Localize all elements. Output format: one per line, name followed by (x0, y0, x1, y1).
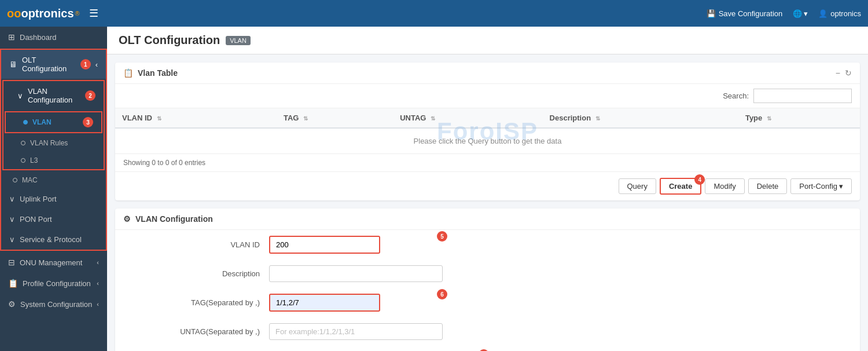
action-row: Query Create 4 Modify Delete Port-Config… (115, 171, 860, 200)
sidebar-item-system-config[interactable]: ⚙ System Configuration ‹ (0, 294, 107, 315)
sidebar-item-label: VLAN Configuration (28, 87, 80, 104)
description-input[interactable] (269, 265, 443, 282)
badge-6: 6 (437, 289, 447, 299)
arrow-icon: ∨ (9, 215, 15, 224)
profile-icon: 📋 (8, 279, 18, 288)
search-label: Search: (723, 92, 749, 100)
tag-label: TAG(Separated by ,) (161, 298, 260, 307)
sidebar-item-label: System Configuration (20, 300, 92, 309)
untag-row: UNTAG(Separated by ,) (115, 317, 860, 346)
user-button[interactable]: 👤 optronics (818, 9, 861, 18)
vlan-table-card: 📋 Vlan Table − ↻ Search: ForoISP VLAN ID (115, 63, 860, 200)
lang-arrow-icon: ▾ (804, 9, 808, 18)
sidebar-item-label: Dashboard (20, 33, 57, 42)
sidebar-item-dashboard[interactable]: ⊞ Dashboard (0, 27, 107, 47)
col-tag: TAG ⇅ (277, 108, 393, 128)
badge-2: 2 (85, 90, 95, 101)
logo-dot: ® (75, 10, 80, 17)
sidebar-item-label: VLAN Rules (30, 139, 68, 147)
logo-accent: oo (7, 7, 21, 20)
empty-message: Please click the Query button to get the… (115, 128, 860, 154)
table-title: Vlan Table (138, 68, 178, 78)
sidebar-item-uplink-port[interactable]: ∨ Uplink Port (1, 189, 106, 209)
sidebar-item-label: L3 (30, 156, 38, 164)
sidebar-item-label: MAC (22, 176, 38, 184)
search-row: Search: (115, 84, 860, 108)
sidebar-item-label: Profile Configuration (23, 279, 91, 288)
olt-config-section: 🖥 OLT Configuration 1 ‹ ∨ VLAN Configura… (0, 49, 107, 251)
modify-button[interactable]: Modify (705, 178, 744, 194)
dashboard-icon: ⊞ (8, 32, 15, 42)
sort-icon[interactable]: ⇅ (767, 115, 771, 122)
showing-text: Showing 0 to 0 of 0 entries (115, 154, 860, 171)
search-input[interactable] (753, 89, 852, 103)
sidebar-item-profile-config[interactable]: 📋 Profile Configuration ‹ (0, 273, 107, 294)
col-untag: UNTAG ⇅ (393, 108, 542, 128)
card-header-actions: − ↻ (836, 68, 852, 78)
sort-icon[interactable]: ⇅ (431, 115, 435, 122)
port-config-button[interactable]: Port-Config ▾ (790, 178, 852, 194)
save-config-button[interactable]: 💾 Save Configuration (707, 9, 783, 18)
col-vlan-id: VLAN ID ⇅ (115, 108, 277, 128)
user-icon: 👤 (818, 9, 827, 18)
sidebar-item-onu-management[interactable]: ⊟ ONU Management ‹ (0, 252, 107, 273)
col-type: Type ⇅ (738, 108, 860, 128)
arrow-icon: ∨ (9, 195, 15, 203)
description-label: Description (161, 269, 260, 278)
dropdown-arrow-icon: ▾ (839, 182, 843, 191)
sidebar: ⊞ Dashboard 🖥 OLT Configuration 1 ‹ ∨ VL… (0, 27, 107, 351)
col-description: Description ⇅ (543, 108, 738, 128)
vlan-config-section: ∨ VLAN Configuration 2 VLAN 3 VLAN Rules (2, 80, 105, 170)
sort-icon[interactable]: ⇅ (157, 115, 161, 122)
sidebar-item-pon-port[interactable]: ∨ PON Port (1, 209, 106, 229)
sidebar-item-vlan-rules[interactable]: VLAN Rules (3, 134, 104, 152)
badge-1: 1 (80, 59, 91, 70)
navbar-right: 💾 Save Configuration 🌐 ▾ 👤 optronics (707, 9, 861, 18)
create-button[interactable]: Create 4 (660, 178, 701, 195)
save-icon: 💾 (707, 9, 716, 18)
mac-dot-icon (13, 178, 17, 182)
profile-arrow-icon: ‹ (97, 280, 99, 287)
form-title: VLAN Configuration (135, 214, 213, 224)
username-label: optronics (830, 9, 861, 18)
vlan-id-label: VLAN ID (161, 240, 260, 249)
card-header-title: 📋 Vlan Table (123, 68, 178, 78)
sidebar-item-label: VLAN (32, 118, 52, 126)
untag-label: UNTAG(Separated by ,) (161, 327, 260, 336)
vlan-id-input[interactable] (269, 236, 380, 254)
sidebar-item-olt-config[interactable]: 🖥 OLT Configuration 1 ‹ (1, 50, 106, 79)
content-area: OLT Configuration VLAN 📋 Vlan Table − ↻ … (107, 27, 868, 351)
language-button[interactable]: 🌐 ▾ (793, 9, 808, 18)
sidebar-item-service-protocol[interactable]: ∨ Service & Protocol (1, 229, 106, 250)
main-layout: ⊞ Dashboard 🖥 OLT Configuration 1 ‹ ∨ VL… (0, 27, 868, 351)
table-icon: 📋 (123, 68, 133, 78)
arrow-icon: ∨ (9, 235, 15, 244)
vlan-table: VLAN ID ⇅ TAG ⇅ UNTAG ⇅ Description ⇅ Ty… (115, 108, 860, 154)
onu-icon: ⊟ (8, 258, 15, 267)
sort-icon[interactable]: ⇅ (303, 115, 308, 122)
tag-input[interactable] (269, 294, 380, 312)
logo-text: oooptronics (7, 7, 74, 20)
sidebar-item-mac[interactable]: MAC (1, 171, 106, 189)
sidebar-item-label: Service & Protocol (20, 235, 82, 244)
page-subtitle-badge: VLAN (226, 36, 251, 45)
vlan-id-row: VLAN ID 5 (115, 230, 860, 259)
untag-input[interactable] (269, 323, 443, 340)
query-button[interactable]: Query (619, 178, 656, 194)
sidebar-item-vlan[interactable]: VLAN 3 (6, 112, 101, 132)
form-buttons: Submit 7 Cancel (115, 346, 860, 351)
monitor-icon: 🖥 (9, 60, 17, 69)
hamburger-icon[interactable]: ☰ (89, 7, 98, 20)
sidebar-item-vlan-config[interactable]: ∨ VLAN Configuration 2 (3, 81, 104, 110)
sort-icon[interactable]: ⇅ (595, 115, 600, 122)
sidebar-item-label: PON Port (20, 215, 52, 224)
brand-logo: oooptronics ® (7, 7, 80, 20)
vlan-item-section: VLAN 3 (5, 111, 102, 133)
arrow-down-icon: ∨ (17, 92, 23, 100)
system-arrow-icon: ‹ (97, 301, 99, 308)
sidebar-item-l3[interactable]: L3 (3, 152, 104, 169)
badge-3: 3 (83, 117, 93, 127)
delete-button[interactable]: Delete (748, 178, 788, 194)
refresh-icon[interactable]: ↻ (845, 68, 852, 78)
minimize-icon[interactable]: − (836, 68, 840, 78)
